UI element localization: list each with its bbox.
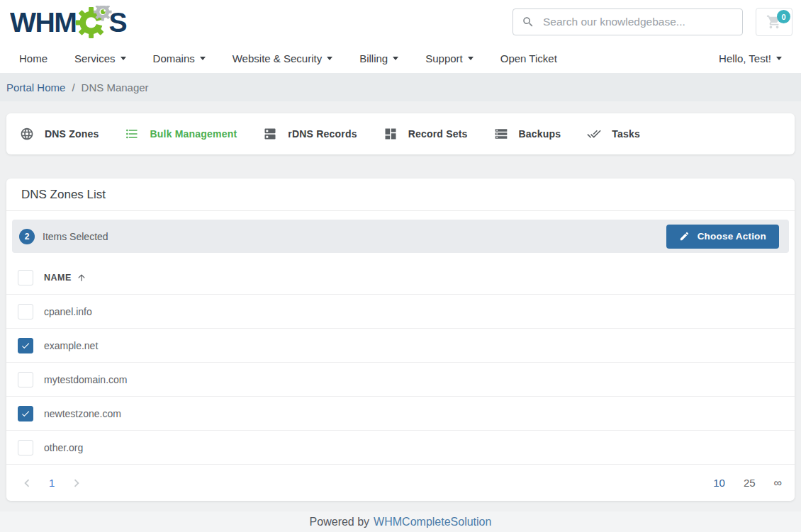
content-area: DNS Zones Bulk Management rDNS Records R… — [0, 101, 801, 501]
zone-name: example.net — [44, 340, 98, 351]
zone-name: other.org — [44, 442, 83, 453]
table-row: other.org — [6, 430, 795, 464]
search-input[interactable] — [543, 16, 734, 28]
page-size-options: 10 25 ∞ — [713, 477, 782, 489]
panel-title-row: DNS Zones List — [6, 179, 795, 211]
site-header: WHM — [0, 0, 801, 44]
tab-rdns-records[interactable]: rDNS Records — [263, 127, 357, 141]
storage-icon — [494, 127, 508, 141]
user-menu[interactable]: Hello, Test! — [719, 52, 782, 64]
powered-by-text: Powered by — [310, 516, 370, 528]
globe-icon — [20, 127, 34, 141]
nav-item-home[interactable]: Home — [19, 52, 47, 64]
page-size-all[interactable]: ∞ — [774, 477, 782, 489]
caret-down-icon — [121, 57, 126, 60]
table-row: cpanel.info — [6, 294, 795, 328]
tab-backups[interactable]: Backups — [494, 127, 561, 141]
dashboard-icon — [383, 127, 398, 141]
caret-down-icon — [468, 57, 474, 60]
tab-label: Bulk Management — [150, 128, 237, 140]
cart-button[interactable]: 0 — [756, 8, 792, 36]
knowledgebase-search — [512, 9, 743, 35]
tab-bulk-management[interactable]: Bulk Management — [125, 127, 237, 141]
search-icon — [522, 16, 534, 28]
name-column-header: NAME — [44, 273, 72, 283]
table-row: newtestzone.com — [6, 396, 795, 430]
nav-item-open-ticket[interactable]: Open Ticket — [500, 52, 557, 64]
dns-manager-tabs: DNS Zones Bulk Management rDNS Records R… — [6, 113, 795, 154]
pencil-icon — [679, 231, 690, 242]
tab-label: Record Sets — [408, 128, 468, 140]
chevron-left-icon[interactable] — [19, 475, 35, 491]
nav-label: Website & Security — [233, 52, 322, 64]
tab-tasks[interactable]: Tasks — [587, 127, 640, 141]
name-column-sort[interactable]: NAME — [44, 273, 86, 283]
page-title: DNS Zones List — [21, 188, 106, 202]
table-header-row: NAME — [6, 261, 795, 294]
dns-zones-list-panel: DNS Zones List 2 Items Selected Choose A… — [6, 179, 795, 501]
nav-label: Domains — [153, 52, 195, 64]
dns-icon — [263, 127, 277, 141]
nav-item-services[interactable]: Services — [74, 52, 126, 64]
tab-label: rDNS Records — [288, 128, 357, 140]
caret-down-icon — [200, 57, 206, 60]
chevron-right-icon[interactable] — [69, 475, 84, 491]
svg-text:S: S — [108, 7, 127, 38]
nav-label: Home — [19, 52, 47, 64]
breadcrumb: Portal Home / DNS Manager — [0, 73, 801, 101]
whmcs-logo-icon: WHM — [10, 6, 145, 38]
row-checkbox[interactable] — [18, 406, 33, 421]
pagination: 1 10 25 ∞ — [6, 464, 795, 501]
row-checkbox[interactable] — [18, 304, 33, 319]
row-checkbox[interactable] — [18, 440, 33, 455]
done-all-icon — [587, 127, 601, 141]
choose-action-label: Choose Action — [698, 231, 766, 242]
whmcompletesolution-link[interactable]: WHMCompleteSolution — [374, 516, 491, 528]
site-footer: Powered by WHMCompleteSolution — [0, 511, 801, 532]
breadcrumb-current: DNS Manager — [82, 81, 149, 94]
zone-name: mytestdomain.com — [44, 374, 127, 385]
tab-label: DNS Zones — [45, 128, 99, 140]
whmcs-logo[interactable]: WHM — [10, 6, 145, 38]
tab-label: Backups — [519, 128, 561, 140]
page-size-10[interactable]: 10 — [713, 477, 725, 489]
selection-bar: 2 Items Selected Choose Action — [12, 220, 789, 253]
tab-label: Tasks — [612, 128, 640, 140]
choose-action-button[interactable]: Choose Action — [666, 225, 779, 249]
nav-label: Services — [74, 52, 116, 64]
list-icon — [125, 127, 139, 141]
main-nav: Home Services Domains Website & Security… — [0, 44, 801, 73]
selection-label: Items Selected — [43, 231, 108, 242]
selected-count-badge: 2 — [19, 229, 35, 244]
zone-name: newtestzone.com — [44, 408, 121, 419]
page-size-25[interactable]: 25 — [744, 477, 756, 489]
check-icon — [21, 409, 30, 419]
nav-item-support[interactable]: Support — [425, 52, 474, 64]
table-row: example.net — [6, 328, 795, 362]
nav-item-website-security[interactable]: Website & Security — [233, 52, 332, 64]
nav-item-billing[interactable]: Billing — [359, 52, 398, 64]
nav-label: Open Ticket — [500, 52, 557, 64]
check-icon — [21, 341, 30, 351]
caret-down-icon — [327, 57, 332, 60]
row-checkbox[interactable] — [18, 372, 33, 387]
breadcrumb-portal-home[interactable]: Portal Home — [6, 81, 65, 94]
sort-ascending-icon — [77, 273, 86, 283]
table-row: mytestdomain.com — [6, 362, 795, 396]
row-checkbox[interactable] — [18, 338, 33, 353]
cart-count-badge: 0 — [777, 10, 790, 23]
user-menu-label: Hello, Test! — [719, 52, 771, 64]
tab-dns-zones[interactable]: DNS Zones — [20, 127, 99, 141]
nav-label: Billing — [359, 52, 388, 64]
svg-text:WHM: WHM — [10, 7, 77, 38]
nav-item-domains[interactable]: Domains — [153, 52, 206, 64]
nav-label: Support — [425, 52, 463, 64]
caret-down-icon — [393, 57, 398, 60]
zone-name: cpanel.info — [44, 306, 92, 317]
tab-record-sets[interactable]: Record Sets — [383, 127, 468, 141]
page-number[interactable]: 1 — [49, 477, 55, 489]
caret-down-icon — [776, 57, 782, 60]
breadcrumb-separator: / — [72, 81, 74, 94]
select-all-checkbox[interactable] — [18, 270, 33, 285]
